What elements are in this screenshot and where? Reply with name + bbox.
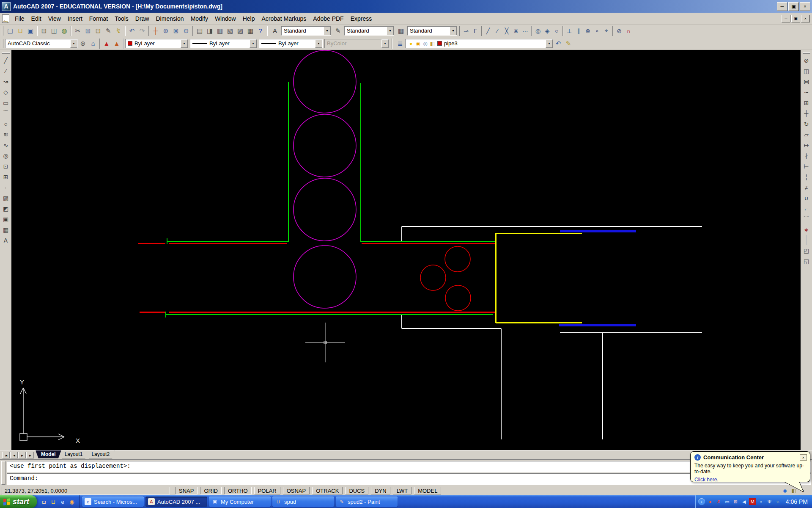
copy-object-icon[interactable]: ◫ xyxy=(801,66,812,76)
acrobat-pdf-icon[interactable]: ▲ xyxy=(102,39,112,49)
layer-properties-manager-icon[interactable]: ≣ xyxy=(395,39,405,49)
menu-item[interactable]: Modify xyxy=(187,14,211,24)
cut-icon[interactable]: ✂ xyxy=(73,26,83,36)
explode-icon[interactable]: ∗ xyxy=(801,224,812,235)
toolbar-grip[interactable] xyxy=(803,52,810,54)
tab-layout1[interactable]: Layout1 xyxy=(59,450,88,458)
menu-item[interactable]: Edit xyxy=(28,14,45,24)
dropdown-arrow-icon[interactable]: ▼ xyxy=(315,39,322,48)
menu-item[interactable]: Format xyxy=(86,14,111,24)
tray-agent-icon[interactable]: ● xyxy=(707,498,714,505)
start-button[interactable]: start xyxy=(0,495,37,508)
point-icon[interactable]: ∙ xyxy=(1,182,11,193)
drawing-canvas-svg[interactable]: YX xyxy=(11,50,801,450)
revision-cloud-icon[interactable]: ≋ xyxy=(1,129,11,140)
copy-icon[interactable]: ⊞ xyxy=(83,26,93,36)
tray-mcafee-icon[interactable]: M xyxy=(749,498,756,505)
dropdown-arrow-icon[interactable]: ▼ xyxy=(70,39,77,48)
open-icon[interactable]: ⊔ xyxy=(15,26,25,36)
color-control[interactable]: ByLayer ▼ xyxy=(125,39,188,48)
task-search[interactable]: e Search - Micros... xyxy=(82,497,144,507)
menu-item[interactable]: View xyxy=(45,14,64,24)
rotate-icon[interactable]: ↻ xyxy=(801,119,812,129)
style-icon[interactable]: ✎ xyxy=(333,26,343,36)
grid-toggle[interactable]: GRID xyxy=(200,487,222,494)
plot-icon[interactable]: ⊟ xyxy=(39,26,49,36)
restore-button[interactable]: ▣ xyxy=(788,2,799,11)
quick-launch-media-icon[interactable]: ◉ xyxy=(68,498,76,505)
layer-on-icon[interactable]: ● xyxy=(408,39,414,49)
close-button[interactable]: × xyxy=(800,2,810,11)
insert-block-icon[interactable]: ⊡ xyxy=(1,161,11,171)
quickcalc-icon[interactable]: ▦ xyxy=(245,26,255,36)
spline-icon[interactable]: ∿ xyxy=(1,140,11,150)
toolbar-grip[interactable] xyxy=(2,39,3,48)
tray-network-error-icon[interactable]: ⊠ xyxy=(732,498,739,505)
menu-item[interactable]: Help xyxy=(239,14,258,24)
menu-item[interactable]: Draw xyxy=(132,14,153,24)
acrobat-comment-icon[interactable]: ▲ xyxy=(112,39,122,49)
task-paint[interactable]: ✎ spud2 - Paint xyxy=(336,497,398,507)
snap-perpendicular-icon[interactable]: ⊥ xyxy=(565,26,574,36)
chamfer-icon[interactable]: ⌐ xyxy=(801,203,812,214)
pan-icon[interactable]: ┼ xyxy=(151,26,161,36)
osnap-toggle[interactable]: OSNAP xyxy=(283,487,310,494)
tray-wireless-icon[interactable]: Ψ xyxy=(766,498,773,505)
block-editor-icon[interactable]: ↯ xyxy=(113,26,123,36)
tab-next-button[interactable]: ▶ xyxy=(18,452,26,458)
join-icon[interactable]: ∪ xyxy=(801,193,812,203)
properties-icon[interactable]: ▤ xyxy=(195,26,205,36)
zoom-window-icon[interactable]: ⊠ xyxy=(171,26,181,36)
snap-apparent-intersection-icon[interactable]: ⋇ xyxy=(511,26,521,36)
polar-toggle[interactable]: POLAR xyxy=(254,487,280,494)
snap-from-icon[interactable]: Γ xyxy=(471,26,480,36)
lineweight-control[interactable]: ByLayer ▼ xyxy=(259,39,323,48)
dropdown-arrow-icon[interactable]: ▼ xyxy=(450,27,457,35)
ducs-toggle[interactable]: DUCS xyxy=(345,487,368,494)
dropdown-arrow-icon[interactable]: ▼ xyxy=(546,39,553,48)
break-icon[interactable]: ≠ xyxy=(801,182,812,193)
menu-item[interactable]: Express xyxy=(347,14,376,24)
sheet-set-manager-icon[interactable]: ▧ xyxy=(225,26,235,36)
zoom-realtime-icon[interactable]: ⊕ xyxy=(161,26,171,36)
arc-icon[interactable]: ⌒ xyxy=(1,108,11,119)
scale-icon[interactable]: ▱ xyxy=(801,129,812,140)
snap-quadrant-icon[interactable]: ◈ xyxy=(543,26,552,36)
snap-endpoint-icon[interactable]: ╱ xyxy=(483,26,493,36)
array-icon[interactable]: ⊞ xyxy=(801,97,812,108)
tab-layout2[interactable]: Layout2 xyxy=(86,450,115,458)
paste-icon[interactable]: ⊡ xyxy=(93,26,103,36)
my-workspace-icon[interactable]: ⌂ xyxy=(88,39,98,49)
snap-extension-icon[interactable]: ⋯ xyxy=(521,26,530,36)
snap-parallel-icon[interactable]: ∥ xyxy=(574,26,583,36)
model-toggle[interactable]: MODEL xyxy=(414,487,441,494)
plot-preview-icon[interactable]: ◫ xyxy=(49,26,59,36)
menu-item[interactable]: File xyxy=(11,14,28,24)
break-at-point-icon[interactable]: ¦ xyxy=(801,171,812,182)
snap-toggle[interactable]: SNAP xyxy=(175,487,198,494)
snap-center-icon[interactable]: ◎ xyxy=(533,26,543,36)
snap-tangent-icon[interactable]: ○ xyxy=(552,26,561,36)
menu-item[interactable]: Insert xyxy=(64,14,86,24)
quick-launch-app-icon[interactable]: ◘ xyxy=(40,498,48,505)
tray-mouse-icon[interactable]: ⌁ xyxy=(774,498,782,505)
layer-control[interactable]: ●◉◎◧ pipe3 ▼ xyxy=(405,39,553,48)
tool-palettes-icon[interactable]: ▥ xyxy=(215,26,225,36)
polygon-icon[interactable]: ◇ xyxy=(1,87,11,97)
dropdown-arrow-icon[interactable]: ▼ xyxy=(324,27,331,35)
toolbar-grip[interactable] xyxy=(2,26,3,36)
line-icon[interactable]: ╱ xyxy=(1,55,11,66)
stretch-icon[interactable]: ↦ xyxy=(801,140,812,150)
lwt-toggle[interactable]: LWT xyxy=(393,487,411,494)
layer-freeze-icon[interactable]: ◉ xyxy=(415,39,421,49)
child-close-button[interactable]: × xyxy=(801,15,810,22)
extend-icon[interactable]: ⊢ xyxy=(801,161,812,171)
publish-icon[interactable]: ◍ xyxy=(59,26,69,36)
construction-line-icon[interactable]: ∕ xyxy=(1,66,11,76)
drawing-area[interactable]: YX xyxy=(11,50,801,450)
ortho-toggle[interactable]: ORTHO xyxy=(224,487,252,494)
mtext-icon[interactable]: A xyxy=(1,235,11,246)
tray-chevron-icon[interactable]: ‹ xyxy=(698,498,705,505)
task-autocad[interactable]: A AutoCAD 2007 ... xyxy=(145,497,207,507)
command-window-grip[interactable] xyxy=(1,461,5,485)
